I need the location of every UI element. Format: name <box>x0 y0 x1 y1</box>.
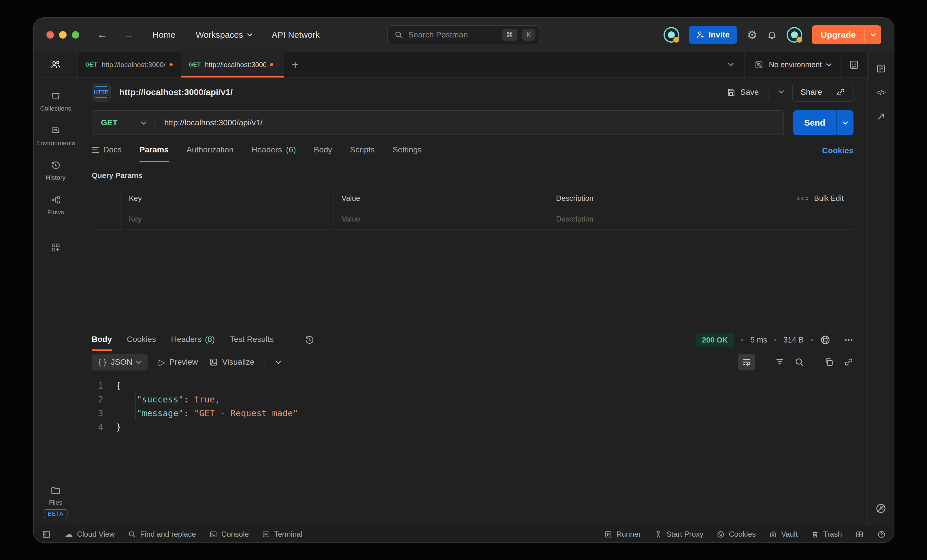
save-menu-button[interactable] <box>778 90 785 95</box>
gear-icon[interactable]: ⚙ <box>747 28 757 41</box>
maximize-window-button[interactable] <box>72 31 79 39</box>
bell-icon[interactable] <box>767 30 777 40</box>
nav-workspaces[interactable]: Workspaces <box>196 30 252 40</box>
search-input[interactable] <box>408 30 497 39</box>
tab-body[interactable]: Body <box>314 139 332 162</box>
environment-selector[interactable]: No environment <box>745 60 840 70</box>
viewer-more-chevron-icon[interactable] <box>276 359 281 364</box>
sidebar-item-files[interactable]: Files BETA <box>44 485 68 518</box>
select-all-cell[interactable] <box>92 188 121 209</box>
tab-label: Scripts <box>350 145 375 155</box>
forward-icon[interactable]: → <box>124 29 134 40</box>
vault-button[interactable]: Vault <box>769 530 798 539</box>
terminal-button[interactable]: Terminal <box>262 530 302 539</box>
description-input[interactable]: Description <box>548 209 853 229</box>
code-snippet-icon[interactable]: </> <box>876 88 886 97</box>
response-tab-headers[interactable]: Headers (8) <box>171 329 215 351</box>
response-meta: 200 OK 5 ms 314 B ••• <box>696 329 854 351</box>
globe-network-icon[interactable] <box>820 334 831 345</box>
upgrade-split-button[interactable]: Upgrade <box>812 25 881 44</box>
team-avatar[interactable] <box>664 27 679 42</box>
tab-label: Settings <box>393 145 422 155</box>
restore-layout-icon[interactable] <box>876 111 886 122</box>
copy-icon[interactable] <box>824 357 834 367</box>
split-pane-icon[interactable] <box>855 530 864 539</box>
response-size[interactable]: 314 B <box>783 335 804 344</box>
url-input[interactable] <box>155 118 783 127</box>
start-proxy-button[interactable]: Start Proxy <box>654 530 704 539</box>
key-input[interactable]: Key <box>121 209 333 229</box>
response-time[interactable]: 5 ms <box>750 335 767 344</box>
response-history-icon[interactable] <box>304 329 315 351</box>
preview-button[interactable]: ▷ Preview <box>158 357 198 367</box>
response-tab-test-results[interactable]: Test Results <box>230 329 274 351</box>
search-in-body-icon[interactable] <box>795 357 804 367</box>
upgrade-label[interactable]: Upgrade <box>812 25 865 44</box>
send-split-button[interactable]: Send <box>793 110 854 135</box>
documentation-panel-icon[interactable] <box>876 64 886 74</box>
tab-scripts[interactable]: Scripts <box>350 139 375 162</box>
wrap-text-button[interactable] <box>738 354 755 370</box>
request-tab-2-active[interactable]: GET http://localhost:3000/ap <box>181 52 284 77</box>
status-badge[interactable]: 200 OK <box>696 333 734 348</box>
cookies-link[interactable]: Cookies <box>822 139 854 162</box>
tab-list-menu-button[interactable] <box>717 62 744 67</box>
method-selector[interactable]: GET <box>92 118 154 127</box>
configure-sidebar-button[interactable] <box>50 242 61 253</box>
send-button[interactable]: Send <box>793 110 836 135</box>
format-lines-icon[interactable] <box>775 357 785 367</box>
link-icon[interactable] <box>836 88 845 97</box>
new-tab-button[interactable]: + <box>284 52 306 77</box>
nav-home[interactable]: Home <box>152 30 176 40</box>
tab-docs[interactable]: Docs <box>92 139 122 162</box>
response-body-viewer[interactable]: 1 { 2 "success": true, 3 "message": "GET… <box>78 373 867 526</box>
bulk-edit-button[interactable]: ○○○ Bulk Edit <box>787 188 853 209</box>
back-icon[interactable]: ← <box>97 29 107 40</box>
user-avatar[interactable] <box>787 27 802 42</box>
workspace-people-button[interactable] <box>34 52 78 78</box>
invite-button[interactable]: Invite <box>689 26 737 44</box>
code-token: "GET - Request made" <box>194 408 298 418</box>
format-selector[interactable]: { } JSON <box>92 354 147 370</box>
request-title-row: HTTP http://localhost:3000/api/v1/ Save <box>78 78 867 106</box>
help-icon[interactable] <box>877 530 886 539</box>
response-tab-body-active[interactable]: Body <box>92 329 112 351</box>
send-menu-button[interactable] <box>837 110 854 135</box>
global-search[interactable]: ⌘ K <box>388 25 540 44</box>
response-more-icon[interactable]: ••• <box>845 337 854 343</box>
environment-quick-look-icon[interactable]: x <box>841 60 867 70</box>
value-input[interactable]: Value <box>333 209 548 229</box>
tab-authorization[interactable]: Authorization <box>187 139 234 162</box>
console-button[interactable]: Console <box>209 530 249 539</box>
toggle-sidebar-icon[interactable] <box>42 530 51 539</box>
cookies-label: Cookies <box>729 530 756 539</box>
sidebar-item-label: History <box>46 174 65 182</box>
trash-button[interactable]: Trash <box>811 530 842 539</box>
nav-api-network[interactable]: API Network <box>272 30 320 40</box>
code-line: 1 { <box>78 378 867 392</box>
minimize-window-button[interactable] <box>59 31 67 39</box>
save-button[interactable]: Save <box>726 88 759 97</box>
link-icon[interactable] <box>844 357 854 367</box>
cloud-view-button[interactable]: ☁ Cloud View <box>64 529 115 539</box>
close-window-button[interactable] <box>46 31 54 39</box>
tab-params-active[interactable]: Params <box>140 139 169 162</box>
cookies-button[interactable]: Cookies <box>717 530 756 539</box>
runner-button[interactable]: Runner <box>604 530 641 539</box>
response-tab-cookies[interactable]: Cookies <box>127 329 156 351</box>
sidebar-item-environments[interactable]: Environments <box>36 126 75 147</box>
visualize-button[interactable]: Visualize <box>209 358 255 367</box>
row-checkbox-cell[interactable] <box>92 209 121 229</box>
request-tab-1[interactable]: GET http://localhost:3000/ <box>78 52 181 77</box>
upgrade-menu-button[interactable] <box>865 25 881 44</box>
sidebar-item-history[interactable]: History <box>46 160 65 182</box>
sidebar-item-collections[interactable]: Collections <box>40 91 71 112</box>
share-button[interactable]: Share <box>792 83 854 102</box>
sidebar-item-flows[interactable]: Flows <box>47 195 64 216</box>
find-replace-button[interactable]: Find and replace <box>128 530 196 539</box>
tab-headers[interactable]: Headers (6) <box>251 139 296 162</box>
clock-slash-icon[interactable] <box>875 503 887 514</box>
tab-settings[interactable]: Settings <box>393 139 422 162</box>
request-title[interactable]: http://localhost:3000/api/v1/ <box>119 87 233 97</box>
share-label: Share <box>801 88 822 97</box>
